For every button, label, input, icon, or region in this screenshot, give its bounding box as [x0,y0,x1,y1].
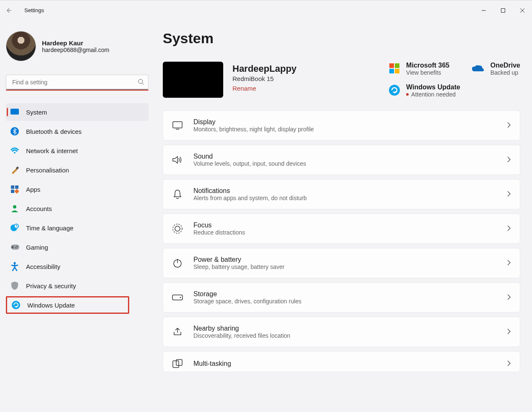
svg-rect-26 [389,69,394,73]
svg-rect-13 [11,190,14,193]
sidebar-item-gaming[interactable]: Gaming [6,238,149,256]
chevron-right-icon [506,294,511,302]
sidebar-item-windows-update[interactable]: Windows Update [6,296,129,314]
svg-rect-38 [176,360,182,365]
card-title: Multi-tasking [193,360,231,368]
rename-link[interactable]: Rename [232,85,297,92]
sidebar-item-time-language[interactable]: Time & language [6,219,149,237]
svg-point-4 [138,79,143,83]
titlebar: Settings [0,0,532,20]
wifi-icon [10,146,19,155]
user-email: hardeep0688@gmail.com [42,47,110,53]
sidebar-item-network[interactable]: Network & internet [6,142,149,159]
sidebar-item-label: Personalisation [26,167,69,174]
card-storage[interactable]: StorageStorage space, drives, configurat… [163,282,520,313]
nav: System Bluetooth & devices Network & int… [6,103,149,314]
svg-rect-1 [501,8,505,12]
sound-icon [172,155,183,165]
svg-rect-14 [14,189,19,193]
minimize-button[interactable] [474,0,493,21]
svg-point-20 [17,246,18,247]
onedrive-icon [471,64,485,74]
user-name: Hardeep Kaur [42,39,110,47]
avatar [6,31,36,61]
search-icon [138,78,144,86]
sidebar-item-label: Apps [26,186,40,193]
card-sub: Discoverability, received files location [193,332,290,339]
sidebar-item-system[interactable]: System [6,103,149,121]
svg-rect-24 [389,63,394,68]
device-name: HardeepLappy [232,63,297,74]
display-icon [172,121,183,130]
status-tile-windows-update[interactable]: Windows UpdateAttention needed [389,83,460,98]
chevron-right-icon [506,360,511,368]
back-button[interactable] [3,5,13,16]
sidebar-item-accounts[interactable]: Accounts [6,200,149,217]
sidebar-item-personalisation[interactable]: Personalisation [6,161,149,179]
status-sub: Backed up [490,69,520,76]
card-sub: Reduce distractions [193,229,245,236]
svg-point-36 [180,297,181,298]
card-focus[interactable]: FocusReduce distractions [163,214,520,244]
status-tile-m365[interactable]: Microsoft 365View benefits [389,62,460,76]
sidebar-item-label: Network & internet [26,147,78,154]
status-tile-onedrive[interactable]: OneDriveBacked up [471,62,520,76]
main-content: System HardeepLappy RedmiBook 15 Rename … [151,20,532,412]
svg-point-23 [12,301,20,309]
svg-point-15 [13,205,16,209]
sidebar-item-label: Privacy & security [26,282,76,289]
user-account-block[interactable]: Hardeep Kaur hardeep0688@gmail.com [6,25,149,67]
card-title: Sound [193,153,306,160]
sidebar-item-label: Accessibility [26,263,60,270]
m365-icon [389,63,400,76]
svg-point-31 [175,226,180,231]
sidebar: Hardeep Kaur hardeep0688@gmail.com Syste… [0,20,151,412]
sidebar-item-privacy[interactable]: Privacy & security [6,277,149,295]
sidebar-item-label: Gaming [26,244,48,251]
close-button[interactable] [513,0,532,21]
paint-icon [10,165,19,175]
chevron-right-icon [506,122,511,130]
bell-icon [172,189,183,200]
sidebar-item-label: System [26,109,47,116]
card-multitasking[interactable]: Multi-tasking [163,351,520,372]
svg-point-32 [173,224,182,233]
apps-icon [10,185,19,194]
sidebar-item-label: Accounts [26,205,52,212]
device-thumbnail [163,62,223,98]
card-title: Display [193,118,314,126]
svg-rect-37 [173,361,179,368]
maximize-button[interactable] [493,0,513,21]
share-icon [172,327,183,337]
status-title: Microsoft 365 [406,62,449,69]
gamepad-icon [10,243,19,252]
card-power[interactable]: Power & batterySleep, battery usage, bat… [163,248,520,278]
power-icon [172,258,183,268]
device-model: RedmiBook 15 [232,75,297,82]
sidebar-item-bluetooth[interactable]: Bluetooth & devices [6,123,149,140]
sidebar-item-accessibility[interactable]: Accessibility [6,258,149,275]
sidebar-item-apps[interactable]: Apps [6,180,149,198]
windows-update-icon [11,300,21,310]
status-title: Windows Update [406,83,460,91]
chevron-right-icon [506,259,511,267]
status-sub: Attention needed [406,91,460,98]
sidebar-item-label: Time & language [26,224,73,232]
search-input[interactable] [6,75,149,90]
card-title: Storage [193,290,302,298]
card-nearby-sharing[interactable]: Nearby sharingDiscoverability, received … [163,317,520,347]
card-sub: Alerts from apps and system, do not dist… [193,195,307,201]
accessibility-icon [10,262,19,271]
card-notifications[interactable]: NotificationsAlerts from apps and system… [163,179,520,209]
svg-rect-6 [10,109,19,115]
device-summary-row: HardeepLappy RedmiBook 15 Rename Microso… [163,62,520,98]
card-display[interactable]: DisplayMonitors, brightness, night light… [163,110,520,141]
svg-point-28 [389,85,400,96]
chevron-right-icon [506,225,511,233]
card-sound[interactable]: SoundVolume levels, output, input, sound… [163,145,520,175]
sidebar-item-label: Windows Update [27,302,75,309]
system-icon [10,107,19,117]
sidebar-item-label: Bluetooth & devices [26,128,82,135]
multitasking-icon [172,359,183,368]
card-title: Notifications [193,187,307,195]
